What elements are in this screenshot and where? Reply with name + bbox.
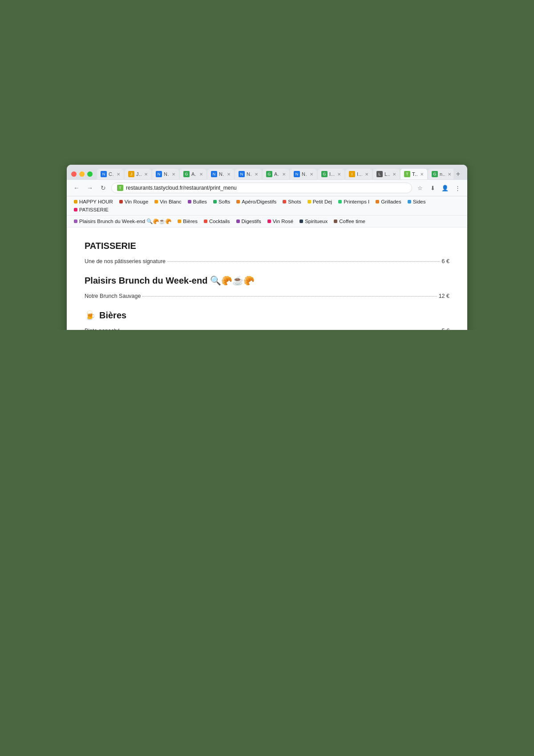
tab-label: Ivy xyxy=(329,171,335,177)
bookmark-label: Apéro/Digestifs xyxy=(242,199,276,204)
bookmark-dot xyxy=(236,219,240,223)
tab-close-icon[interactable]: ✕ xyxy=(199,172,203,177)
brunch-items: Notre Brunch Sauvage 12 € xyxy=(85,293,449,299)
brunch-section: Plaisirs Brunch du Week-end 🔍🥐☕🥐 Notre B… xyxy=(85,275,449,299)
forward-button[interactable]: → xyxy=(85,183,95,193)
menu-item-price: 12 € xyxy=(439,293,449,299)
account-icon[interactable]: 👤 xyxy=(440,183,450,193)
menu-item-name: Pinte panaché xyxy=(85,328,120,330)
menu-item-row: Notre Brunch Sauvage 12 € xyxy=(85,293,449,299)
bookmark-item[interactable]: Grillades xyxy=(373,198,404,205)
tab-close-icon[interactable]: ✕ xyxy=(420,172,424,177)
new-tab-button[interactable]: + xyxy=(453,168,463,180)
bieres-label: Bières xyxy=(99,310,126,321)
bookmark-dot xyxy=(307,200,311,203)
bookmark-item[interactable]: Cocktails xyxy=(201,218,233,225)
browser-tab[interactable]: T Tast... ✕ xyxy=(400,169,427,179)
browser-tab[interactable]: N Nou... ✕ xyxy=(207,169,234,179)
tab-label: Ivy xyxy=(357,171,362,177)
menu-item-price: 6 € xyxy=(442,258,449,264)
menu-item-name: Une de nos pâtisseries signature xyxy=(85,258,166,264)
bookmark-item[interactable]: HAPPY HOUR xyxy=(71,198,116,205)
back-button[interactable]: ← xyxy=(71,183,82,193)
browser-tab[interactable]: G Acc... ✕ xyxy=(263,169,289,179)
browser-tab[interactable]: G Acc... ✕ xyxy=(180,169,206,179)
bookmark-dot xyxy=(376,200,379,203)
tab-close-icon[interactable]: ✕ xyxy=(117,172,120,177)
site-favicon: T xyxy=(117,185,123,191)
menu-item-row: Une de nos pâtisseries signature 6 € xyxy=(85,258,449,264)
tab-close-icon[interactable]: ✕ xyxy=(282,172,286,177)
browser-tab[interactable]: N Noir ✕ xyxy=(152,169,179,179)
bookmark-star-icon[interactable]: ☆ xyxy=(415,183,425,193)
bookmark-item[interactable]: Shots xyxy=(280,198,303,205)
tab-close-icon[interactable]: ✕ xyxy=(172,172,175,177)
bookmark-label: Cocktails xyxy=(209,219,230,224)
browser-tab[interactable]: I Ivy ✕ xyxy=(345,169,372,179)
tab-close-icon[interactable]: ✕ xyxy=(310,172,313,177)
tab-label: Acc... xyxy=(191,171,197,177)
bieres-section: 🍺 Bières Pinte panaché 5 € Demi PANACHE … xyxy=(85,310,449,330)
browser-tab[interactable]: G neu... ✕ xyxy=(428,169,453,179)
bookmark-item[interactable]: PATISSERIE xyxy=(71,206,111,213)
bookmark-item[interactable]: Vin Blanc xyxy=(152,198,184,205)
tab-close-icon[interactable]: ✕ xyxy=(392,172,396,177)
tab-close-icon[interactable]: ✕ xyxy=(365,172,368,177)
tab-favicon: N xyxy=(156,171,162,177)
bookmark-dot xyxy=(236,200,240,203)
close-button[interactable] xyxy=(71,171,77,177)
browser-tab[interactable]: G Ivy ✕ xyxy=(318,169,344,179)
tab-favicon: G xyxy=(183,171,190,177)
bookmark-item[interactable]: Bières xyxy=(175,218,200,225)
bookmark-item[interactable]: Apéro/Digestifs xyxy=(234,198,279,205)
bookmark-item[interactable]: Plaisirs Brunch du Week-end 🔍🥐☕🥐 xyxy=(71,217,174,225)
bookmark-bar-row1: HAPPY HOUR Vin Rouge Vin Blanc Bulles So… xyxy=(67,196,467,215)
bookmark-item[interactable]: Printemps I xyxy=(336,198,372,205)
bookmark-item[interactable]: Vin Rosé xyxy=(265,218,296,225)
browser-tab[interactable]: N Cou... ✕ xyxy=(97,169,124,179)
browser-tab[interactable]: J Joy ✕ xyxy=(125,169,151,179)
bookmark-dot xyxy=(178,219,181,223)
bookmark-item[interactable]: Coffee time xyxy=(331,218,368,225)
tab-label: La N... xyxy=(384,171,390,177)
browser-nav-bar: ← → ↻ T restaurants.tastycloud.fr/restau… xyxy=(67,180,467,196)
bookmark-item[interactable]: Bulles xyxy=(185,198,210,205)
menu-icon[interactable]: ⋮ xyxy=(452,183,463,193)
bookmark-item[interactable]: Petit Dej xyxy=(305,198,335,205)
patisserie-title: PATISSERIE xyxy=(85,241,449,251)
bookmark-label: Softs xyxy=(218,199,230,204)
tab-close-icon[interactable]: ✕ xyxy=(255,172,258,177)
bookmark-dot xyxy=(204,219,207,223)
browser-tab[interactable]: N Nou... ✕ xyxy=(235,169,262,179)
bookmark-item[interactable]: Spiritueux xyxy=(297,218,330,225)
bookmark-label: HAPPY HOUR xyxy=(79,199,113,204)
tab-close-icon[interactable]: ✕ xyxy=(337,172,341,177)
reload-button[interactable]: ↻ xyxy=(98,183,109,193)
bookmark-dot xyxy=(154,200,158,203)
address-bar[interactable]: T restaurants.tastycloud.fr/restaurant/p… xyxy=(111,183,412,193)
menu-item-row: Pinte panaché 5 € xyxy=(85,328,449,330)
patisserie-items: Une de nos pâtisseries signature 6 € xyxy=(85,258,449,264)
browser-tab[interactable]: L La N... ✕ xyxy=(373,169,400,179)
tab-label: Acc... xyxy=(274,171,279,177)
bookmark-bar-row2: Plaisirs Brunch du Week-end 🔍🥐☕🥐 Bières … xyxy=(67,215,467,228)
bookmark-dot xyxy=(188,200,191,203)
bookmark-item[interactable]: Digestifs xyxy=(234,218,264,225)
bookmark-item[interactable]: Softs xyxy=(210,198,233,205)
bookmark-item[interactable]: Vin Rouge xyxy=(117,198,151,205)
menu-item-dots xyxy=(142,296,437,297)
bookmark-dot xyxy=(299,219,303,223)
minimize-button[interactable] xyxy=(79,171,85,177)
bookmark-label: Digestifs xyxy=(242,219,261,224)
browser-window: N Cou... ✕ J Joy ✕ N Noir ✕ G Acc... ✕ N… xyxy=(67,165,467,330)
bookmark-item[interactable]: Sides xyxy=(405,198,429,205)
bookmark-dot xyxy=(119,200,123,203)
tab-close-icon[interactable]: ✕ xyxy=(227,172,231,177)
maximize-button[interactable] xyxy=(87,171,93,177)
download-icon[interactable]: ⬇ xyxy=(427,183,438,193)
url-text: restaurants.tastycloud.fr/restaurant/pri… xyxy=(126,185,406,191)
tab-close-icon[interactable]: ✕ xyxy=(448,172,451,177)
browser-tab[interactable]: N Nou... ✕ xyxy=(290,169,317,179)
bookmark-label: Petit Dej xyxy=(313,199,332,204)
tab-close-icon[interactable]: ✕ xyxy=(144,172,148,177)
